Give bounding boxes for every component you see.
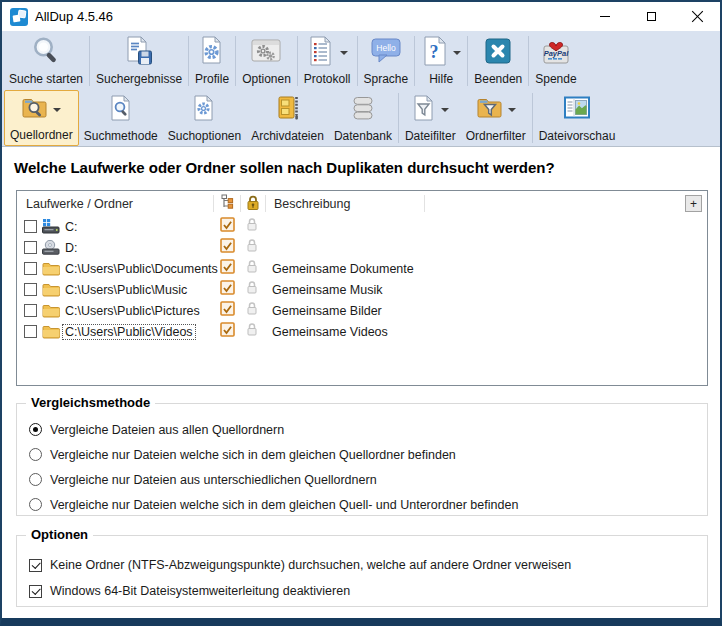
toolbar-separator: [357, 36, 358, 86]
folder-filter-tab[interactable]: Ordnerfilter: [461, 90, 531, 146]
search-options-tab[interactable]: Suchoptionen: [163, 90, 246, 146]
search-enabled-check-icon[interactable]: [220, 322, 235, 341]
checkbox[interactable]: [29, 559, 42, 572]
row-checkbox[interactable]: [24, 241, 37, 254]
titlebar: AllDup 4.5.46: [2, 2, 720, 31]
row-path-cell: C:\Users\Public\Pictures: [17, 303, 214, 318]
donate-button[interactable]: PayPal Spende: [530, 33, 581, 89]
group-legend: Vergleichsmethode: [26, 395, 155, 410]
column-header-label: Beschreibung: [274, 197, 350, 211]
toolbar-separator: [188, 36, 189, 86]
radio-button[interactable]: [29, 498, 42, 511]
toolbar-button-label: Suchergebnisse: [96, 72, 182, 86]
search-icon: [30, 35, 62, 71]
lock-icon[interactable]: [246, 301, 258, 320]
column-header-path[interactable]: Laufwerke / Ordner: [17, 191, 213, 216]
protocol-button[interactable]: Protokoll: [299, 33, 356, 89]
toolbar-separator: [89, 36, 90, 86]
radio-label: Vergleiche nur Dateien welche sich in de…: [50, 498, 518, 512]
toolbar-separator: [467, 36, 468, 86]
preview-window-icon: [563, 94, 591, 126]
file-preview-tab[interactable]: Dateivorschau: [534, 90, 621, 146]
lock-icon[interactable]: [246, 217, 258, 236]
row-path: C:\Users\Public\Videos: [63, 325, 195, 339]
option-item[interactable]: Windows 64-Bit Dateisystemweiterleitung …: [17, 578, 707, 604]
toolbar-button-label: Suchmethode: [84, 129, 158, 143]
radio-button[interactable]: [29, 448, 42, 461]
source-folders-tab[interactable]: Quellordner: [4, 90, 79, 146]
search-results-button[interactable]: Suchergebnisse: [91, 33, 187, 89]
lock-icon[interactable]: [246, 238, 258, 257]
checkbox-label: Windows 64-Bit Dateisystemweiterleitung …: [50, 584, 350, 598]
minimize-button[interactable]: [582, 2, 628, 31]
row-checkbox[interactable]: [24, 220, 37, 233]
toolbar-button-label: Archivdateien: [251, 129, 324, 143]
main-toolbar: Suche starten Suchergebnisse: [2, 31, 720, 89]
option-item[interactable]: Keine Ordner (NTFS-Abzweigungspunkte) du…: [17, 552, 707, 578]
toolbar-button-label: Sprache: [364, 72, 409, 86]
row-description: Gemeinsame Musik: [264, 283, 382, 297]
maximize-button[interactable]: [628, 2, 674, 31]
add-column-button[interactable]: +: [685, 195, 702, 212]
close-button[interactable]: [674, 2, 720, 31]
document-gear-icon: [197, 35, 227, 71]
archive-files-tab[interactable]: Archivdateien: [246, 90, 329, 146]
help-icon: ?: [421, 35, 449, 71]
row-path: C:\Users\Public\Pictures: [63, 304, 202, 318]
column-header-description[interactable]: Beschreibung: [266, 191, 424, 216]
table-row[interactable]: C:\Users\Public\Pictures Gemeinsame Bild…: [17, 300, 707, 321]
profiles-button[interactable]: Profile: [190, 33, 234, 89]
dropdown-arrow-icon: [441, 108, 449, 112]
toolbar-separator: [297, 36, 298, 86]
start-search-button[interactable]: Suche starten: [4, 33, 88, 89]
radio-button[interactable]: [29, 473, 42, 486]
table-row[interactable]: D:: [17, 237, 707, 258]
table-row[interactable]: C:\Users\Public\Music Gemeinsame Musik: [17, 279, 707, 300]
search-enabled-check-icon[interactable]: [220, 217, 235, 236]
help-button[interactable]: ? Hilfe: [416, 33, 466, 89]
toolbar-button-label: Suchoptionen: [168, 129, 241, 143]
toolbar-separator: [414, 36, 415, 86]
comparison-option[interactable]: Vergleiche Dateien aus allen Quellordner…: [17, 417, 707, 442]
exit-x-icon: [483, 35, 513, 71]
toolbar-button-label: Datenbank: [334, 129, 392, 143]
table-row[interactable]: C:\Users\Public\Videos Gemeinsame Videos: [17, 321, 707, 342]
comparison-option[interactable]: Vergleiche nur Dateien welche sich in de…: [17, 492, 707, 517]
comparison-option[interactable]: Vergleiche nur Dateien welche sich in de…: [17, 442, 707, 467]
radio-button[interactable]: [29, 423, 42, 436]
row-checkbox[interactable]: [24, 283, 37, 296]
search-enabled-check-icon[interactable]: [220, 238, 235, 257]
search-method-tab[interactable]: Suchmethode: [79, 90, 163, 146]
table-row[interactable]: C:: [17, 216, 707, 237]
maximize-icon: [647, 12, 656, 21]
column-header-lock[interactable]: [241, 191, 265, 216]
column-divider: [424, 195, 425, 212]
search-enabled-check-icon[interactable]: [220, 301, 235, 320]
row-description: Gemeinsame Videos: [264, 325, 388, 339]
radio-label: Vergleiche nur Dateien welche sich in de…: [50, 448, 456, 462]
search-enabled-check-icon[interactable]: [220, 280, 235, 299]
column-header-search[interactable]: [214, 191, 240, 216]
toolbar-button-label: Spende: [535, 72, 576, 86]
options-group: Optionen Keine Ordner (NTFS-Abzweigungsp…: [16, 535, 708, 607]
options-button[interactable]: Optionen: [237, 33, 296, 89]
database-tab[interactable]: Datenbank: [329, 90, 397, 146]
file-filter-tab[interactable]: Dateifilter: [400, 90, 461, 146]
checkbox[interactable]: [29, 585, 42, 598]
folder-search-icon: [21, 94, 49, 126]
lock-icon[interactable]: [246, 259, 258, 278]
zip-archive-icon: [275, 94, 301, 126]
row-checkbox[interactable]: [24, 325, 37, 338]
row-checkbox[interactable]: [24, 304, 37, 317]
toolbar-separator: [398, 93, 399, 143]
toolbar-button-label: Profile: [195, 72, 229, 86]
search-enabled-check-icon[interactable]: [220, 259, 235, 278]
language-button[interactable]: Hello Sprache: [359, 33, 414, 89]
folder-icon: [42, 282, 60, 297]
comparison-option[interactable]: Vergleiche nur Dateien aus unterschiedli…: [17, 467, 707, 492]
exit-button[interactable]: Beenden: [469, 33, 527, 89]
row-checkbox[interactable]: [24, 262, 37, 275]
lock-icon[interactable]: [246, 280, 258, 299]
lock-icon[interactable]: [246, 322, 258, 341]
table-row[interactable]: C:\Users\Public\Documents Gemeinsame Dok…: [17, 258, 707, 279]
